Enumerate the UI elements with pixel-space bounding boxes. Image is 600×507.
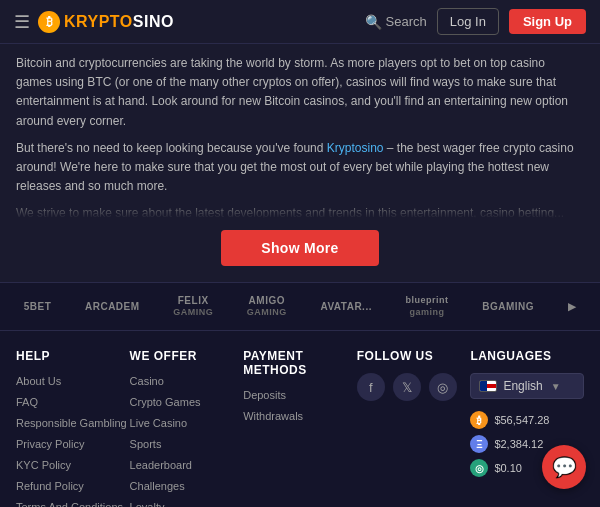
list-item: Challenges bbox=[130, 478, 244, 493]
list-item: Withdrawals bbox=[243, 408, 357, 423]
list-item: Responsible Gambling bbox=[16, 415, 130, 430]
footer-col-help: HELP About Us FAQ Responsible Gambling P… bbox=[16, 349, 130, 507]
privacy-policy-link[interactable]: Privacy Policy bbox=[16, 438, 84, 450]
social-icons: f 𝕏 ◎ bbox=[357, 373, 471, 401]
eth-amount: $2,384.12 bbox=[494, 438, 543, 450]
provider-5bet: 5BET bbox=[24, 301, 52, 312]
list-item: Deposits bbox=[243, 387, 357, 402]
kyc-policy-link[interactable]: KYC Policy bbox=[16, 459, 71, 471]
facebook-icon[interactable]: f bbox=[357, 373, 385, 401]
english-flag-icon bbox=[479, 380, 497, 392]
search-icon: 🔍 bbox=[365, 14, 382, 30]
hamburger-menu-icon[interactable]: ☰ bbox=[14, 11, 30, 33]
logo-coin-icon: ₿ bbox=[38, 11, 60, 33]
show-more-button[interactable]: Show More bbox=[221, 230, 378, 266]
btc-amount: $56,547.28 bbox=[494, 414, 549, 426]
para2-before-link: But there's no need to keep looking beca… bbox=[16, 141, 327, 155]
loyalty-link[interactable]: Loyalty bbox=[130, 501, 165, 507]
refund-policy-link[interactable]: Refund Policy bbox=[16, 480, 84, 492]
provider-felix: FELIXGAMING bbox=[173, 295, 213, 318]
twitter-icon[interactable]: 𝕏 bbox=[393, 373, 421, 401]
list-item: KYC Policy bbox=[16, 457, 130, 472]
list-item: Privacy Policy bbox=[16, 436, 130, 451]
language-label: English bbox=[503, 379, 542, 393]
live-casino-link[interactable]: Live Casino bbox=[130, 417, 187, 429]
list-item: About Us bbox=[16, 373, 130, 388]
instagram-icon[interactable]: ◎ bbox=[429, 373, 457, 401]
list-item: Crypto Games bbox=[130, 394, 244, 409]
main-content: Bitcoin and cryptocurrencies are taking … bbox=[0, 44, 600, 282]
footer-col-we-offer: WE OFFER Casino Crypto Games Live Casino… bbox=[130, 349, 244, 507]
help-links: About Us FAQ Responsible Gambling Privac… bbox=[16, 373, 130, 507]
languages-title: LANGUAGES bbox=[470, 349, 584, 363]
list-item: Loyalty bbox=[130, 499, 244, 507]
footer: HELP About Us FAQ Responsible Gambling P… bbox=[0, 331, 600, 507]
other-amount: $0.10 bbox=[494, 462, 522, 474]
signup-button[interactable]: Sign Up bbox=[509, 9, 586, 34]
withdrawals-link[interactable]: Withdrawals bbox=[243, 410, 303, 422]
payment-links: Deposits Withdrawals bbox=[243, 387, 357, 423]
faq-link[interactable]: FAQ bbox=[16, 396, 38, 408]
logo-text-start: KRYPTO bbox=[64, 13, 133, 30]
we-offer-title: WE OFFER bbox=[130, 349, 244, 363]
provider-avatar: AVATAR... bbox=[320, 301, 372, 312]
follow-title: FOLLOW US bbox=[357, 349, 471, 363]
about-us-link[interactable]: About Us bbox=[16, 375, 61, 387]
we-offer-links: Casino Crypto Games Live Casino Sports L… bbox=[130, 373, 244, 507]
casino-link[interactable]: Casino bbox=[130, 375, 164, 387]
language-selector[interactable]: English ▼ bbox=[470, 373, 584, 399]
leaderboard-link[interactable]: Leaderboard bbox=[130, 459, 192, 471]
payment-title: PAYMENT METHODS bbox=[243, 349, 357, 377]
providers-strip: 5BET ARCADEM FELIXGAMING AMIGOGAMING AVA… bbox=[0, 282, 600, 331]
sports-link[interactable]: Sports bbox=[130, 438, 162, 450]
kryptosino-link[interactable]: Kryptosino bbox=[327, 141, 384, 155]
fade-paragraph: We strive to make sure about the latest … bbox=[16, 204, 584, 222]
provider-amigo: AMIGOGAMING bbox=[247, 295, 287, 318]
other-crypto-icon: ◎ bbox=[470, 459, 488, 477]
footer-columns: HELP About Us FAQ Responsible Gambling P… bbox=[16, 349, 584, 507]
crypto-games-link[interactable]: Crypto Games bbox=[130, 396, 201, 408]
list-item: Terms And Conditions bbox=[16, 499, 130, 507]
header: ☰ ₿ KRYPTOSINO 🔍 Search Log In Sign Up bbox=[0, 0, 600, 44]
header-left: ☰ ₿ KRYPTOSINO bbox=[14, 11, 174, 33]
footer-col-payment: PAYMENT METHODS Deposits Withdrawals bbox=[243, 349, 357, 507]
footer-col-follow: FOLLOW US f 𝕏 ◎ bbox=[357, 349, 471, 507]
list-item: Sports bbox=[130, 436, 244, 451]
list-item: Refund Policy bbox=[16, 478, 130, 493]
crypto-item-btc: ₿ $56,547.28 bbox=[470, 411, 584, 429]
responsible-gambling-link[interactable]: Responsible Gambling bbox=[16, 417, 127, 429]
provider-bgaming: BGAMING bbox=[482, 301, 534, 312]
search-area[interactable]: 🔍 Search bbox=[365, 14, 427, 30]
logo: ₿ KRYPTOSINO bbox=[38, 11, 174, 33]
btc-icon: ₿ bbox=[470, 411, 488, 429]
terms-conditions-link[interactable]: Terms And Conditions bbox=[16, 501, 123, 507]
list-item: FAQ bbox=[16, 394, 130, 409]
intro-paragraph-2: But there's no need to keep looking beca… bbox=[16, 139, 584, 197]
search-label: Search bbox=[386, 14, 427, 29]
header-right: 🔍 Search Log In Sign Up bbox=[365, 8, 586, 35]
list-item: Live Casino bbox=[130, 415, 244, 430]
list-item: Leaderboard bbox=[130, 457, 244, 472]
provider-blueprint: blueprintgaming bbox=[406, 296, 449, 318]
intro-paragraph-1: Bitcoin and cryptocurrencies are taking … bbox=[16, 54, 584, 131]
challenges-link[interactable]: Challenges bbox=[130, 480, 185, 492]
chevron-down-icon: ▼ bbox=[551, 381, 561, 392]
show-more-button-wrap: Show More bbox=[16, 230, 584, 266]
deposits-link[interactable]: Deposits bbox=[243, 389, 286, 401]
list-item: Casino bbox=[130, 373, 244, 388]
chat-icon: 💬 bbox=[552, 455, 577, 479]
logo-text: KRYPTOSINO bbox=[64, 13, 174, 31]
logo-text-end: SINO bbox=[133, 13, 174, 30]
chat-button[interactable]: 💬 bbox=[542, 445, 586, 489]
eth-icon: Ξ bbox=[470, 435, 488, 453]
help-title: HELP bbox=[16, 349, 130, 363]
provider-arcadem: ARCADEM bbox=[85, 301, 140, 312]
provider-more: ▶ bbox=[568, 301, 577, 312]
show-more-area: We strive to make sure about the latest … bbox=[16, 204, 584, 222]
login-button[interactable]: Log In bbox=[437, 8, 499, 35]
